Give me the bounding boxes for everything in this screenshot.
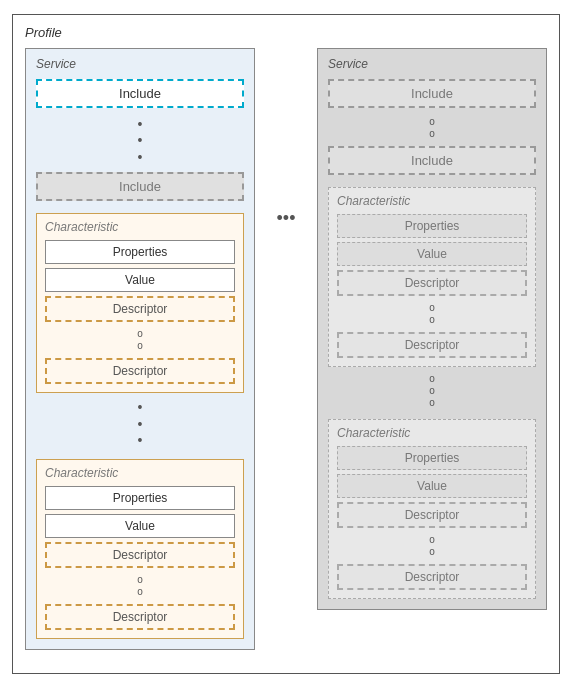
right-char1-vdots: oo	[337, 302, 527, 326]
right-include-active: Include	[328, 79, 536, 108]
right-char1-descriptor2: Descriptor	[337, 332, 527, 358]
right-char1-properties: Properties	[337, 214, 527, 238]
right-char2-descriptor2: Descriptor	[337, 564, 527, 590]
left-char1-descriptor1: Descriptor	[45, 296, 235, 322]
right-char-panel-2: Characteristic Properties Value Descript…	[328, 419, 536, 599]
left-char1-vdots: oo	[45, 328, 235, 352]
right-char2-vdots: oo	[337, 534, 527, 558]
right-service-panel: Service Include oo Include Characteristi…	[317, 48, 547, 610]
h-dots-center: •••	[266, 48, 306, 229]
left-char2-descriptor1: Descriptor	[45, 542, 235, 568]
left-char2-properties: Properties	[45, 486, 235, 510]
left-char2-descriptor2: Descriptor	[45, 604, 235, 630]
right-char2-properties: Properties	[337, 446, 527, 470]
right-service-label: Service	[328, 57, 536, 71]
left-char1-value: Value	[45, 268, 235, 292]
left-service-panel: Service Include ••• Include Characterist…	[25, 48, 255, 651]
left-char1-properties: Properties	[45, 240, 235, 264]
left-char2-value: Value	[45, 514, 235, 538]
right-include-inactive: Include	[328, 146, 536, 175]
left-include-inactive: Include	[36, 172, 244, 201]
right-vdots-1: oo	[328, 116, 536, 140]
right-char1-label: Characteristic	[337, 194, 527, 208]
diagram-container: Profile Service Include ••• Include Char…	[12, 14, 560, 674]
left-char2-label: Characteristic	[45, 466, 235, 480]
left-char1-descriptor2: Descriptor	[45, 358, 235, 384]
right-char2-label: Characteristic	[337, 426, 527, 440]
left-char2-vdots: oo	[45, 574, 235, 598]
right-char2-value: Value	[337, 474, 527, 498]
left-include-active: Include	[36, 79, 244, 108]
services-row: Service Include ••• Include Characterist…	[25, 48, 547, 651]
left-vdots-2: •••	[36, 399, 244, 449]
left-char1-label: Characteristic	[45, 220, 235, 234]
diagram-title: Profile	[25, 25, 547, 40]
right-char2-descriptor1: Descriptor	[337, 502, 527, 528]
right-vdots-2: ooo	[328, 373, 536, 409]
left-char-panel-2: Characteristic Properties Value Descript…	[36, 459, 244, 639]
right-char1-value: Value	[337, 242, 527, 266]
left-service-label: Service	[36, 57, 244, 71]
left-vdots-1: •••	[36, 116, 244, 166]
right-char-panel-1: Characteristic Properties Value Descript…	[328, 187, 536, 367]
left-char-panel-1: Characteristic Properties Value Descript…	[36, 213, 244, 393]
right-char1-descriptor1: Descriptor	[337, 270, 527, 296]
